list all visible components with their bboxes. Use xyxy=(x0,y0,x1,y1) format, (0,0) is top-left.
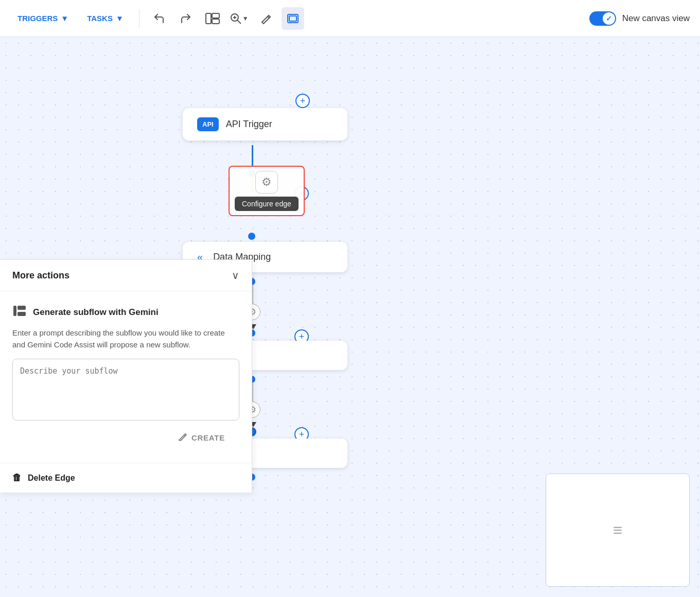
more-actions-header: More actions ∨ xyxy=(0,260,252,291)
more-actions-title: More actions xyxy=(12,270,69,281)
api-trigger-node[interactable]: API API Trigger xyxy=(183,108,347,141)
triggers-label: TRIGGERS xyxy=(18,14,58,23)
more-actions-panel: More actions ∨ Generate subflow with Gem… xyxy=(0,259,252,493)
more-actions-chevron-icon[interactable]: ∨ xyxy=(232,269,239,282)
svg-rect-12 xyxy=(18,312,26,316)
api-trigger-title: API Trigger xyxy=(226,119,272,130)
triggers-chevron-icon: ▼ xyxy=(61,14,68,23)
create-icon xyxy=(178,432,187,443)
configure-edge-container[interactable]: ⚙ Configure edge xyxy=(229,166,305,216)
toolbar-separator-1 xyxy=(139,9,139,28)
create-label: CREATE xyxy=(191,433,225,442)
zoom-chevron: ▼ xyxy=(242,15,249,22)
triggers-button[interactable]: TRIGGERS ▼ xyxy=(10,10,76,27)
toolbar: TRIGGERS ▼ TASKS ▼ ▼ ✓ New canvas view xyxy=(0,0,700,37)
tasks-button[interactable]: TASKS ▼ xyxy=(80,10,131,27)
mini-map: ≡ xyxy=(546,473,690,587)
redo-button[interactable] xyxy=(174,7,197,30)
delete-edge-label: Delete Edge xyxy=(28,473,75,483)
toggle-thumb: ✓ xyxy=(603,12,615,25)
svg-rect-2 xyxy=(212,19,219,24)
canvas-area: + API API Trigger ⚙ Configure edge + « D… xyxy=(0,37,700,597)
api-badge: API xyxy=(197,117,219,131)
gemini-icon xyxy=(12,304,27,321)
check-icon: ✓ xyxy=(606,14,612,23)
create-btn-row: CREATE xyxy=(12,420,239,450)
toolbar-right: ✓ New canvas view xyxy=(589,11,690,26)
top-plus-circle[interactable]: + xyxy=(295,94,310,108)
canvas-view-button[interactable] xyxy=(282,7,304,30)
gemini-header: Generate subflow with Gemini xyxy=(12,304,239,321)
configure-edge-tooltip: Configure edge xyxy=(235,197,299,211)
svg-rect-11 xyxy=(18,306,26,310)
gemini-title: Generate subflow with Gemini xyxy=(33,307,159,318)
svg-rect-1 xyxy=(212,13,219,18)
layout-button[interactable] xyxy=(201,7,224,30)
new-canvas-toggle[interactable]: ✓ xyxy=(589,11,616,26)
delete-edge-row[interactable]: 🗑 Delete Edge xyxy=(0,463,252,493)
trash-icon: 🗑 xyxy=(12,472,22,483)
gemini-description: Enter a prompt describing the subflow yo… xyxy=(12,327,239,350)
svg-line-13 xyxy=(184,435,185,436)
svg-line-4 xyxy=(237,20,241,24)
new-canvas-label: New canvas view xyxy=(622,13,690,24)
zoom-button[interactable]: ▼ xyxy=(228,7,251,30)
create-button[interactable]: CREATE xyxy=(164,427,239,448)
svg-rect-10 xyxy=(13,306,16,316)
subflow-textarea[interactable] xyxy=(12,359,239,420)
tasks-label: TASKS xyxy=(87,14,113,23)
tasks-chevron-icon: ▼ xyxy=(116,14,124,23)
mini-map-icon: ≡ xyxy=(613,521,623,540)
gemini-section: Generate subflow with Gemini Enter a pro… xyxy=(12,304,239,420)
edit-button[interactable] xyxy=(255,7,277,30)
svg-line-7 xyxy=(268,16,269,18)
svg-rect-0 xyxy=(206,13,211,24)
undo-button[interactable] xyxy=(148,7,170,30)
connector-dot-2 xyxy=(248,233,255,240)
configure-edge-gear-icon: ⚙ xyxy=(255,171,278,194)
svg-rect-9 xyxy=(289,16,296,21)
more-actions-body: Generate subflow with Gemini Enter a pro… xyxy=(0,291,252,463)
